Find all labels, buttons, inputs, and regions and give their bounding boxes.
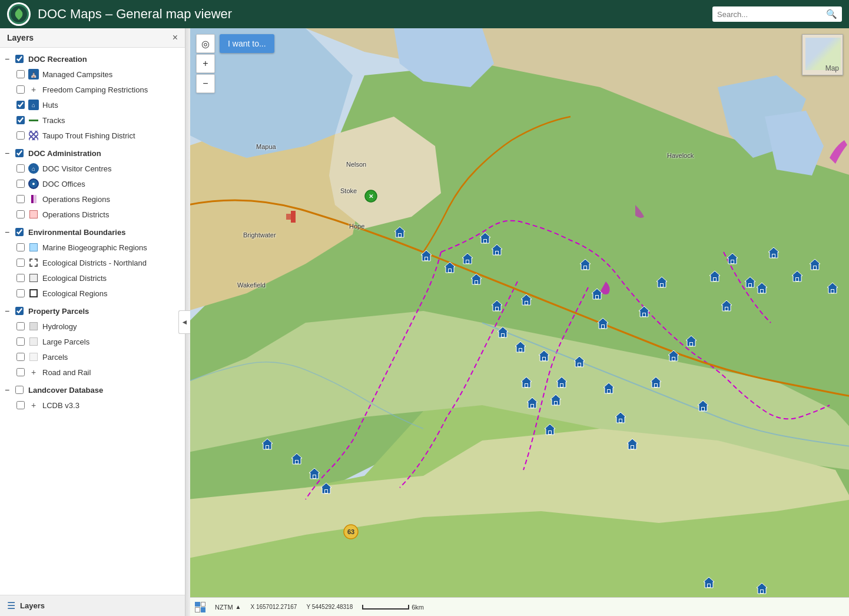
hut-marker[interactable] — [543, 423, 556, 436]
search-icon[interactable]: 🔍 — [826, 9, 837, 19]
hut-marker[interactable] — [520, 376, 533, 389]
hut-marker[interactable] — [702, 576, 715, 589]
layer-item-hydrology[interactable]: Hydrology — [5, 319, 185, 334]
hut-marker[interactable] — [614, 411, 627, 424]
layer-checkbox-huts[interactable] — [16, 101, 25, 109]
group-checkbox-doc-administration[interactable] — [15, 149, 24, 157]
layer-item-eco-regions[interactable]: Ecological Regions — [5, 286, 185, 301]
layer-item-eco-districts[interactable]: Ecological Districts — [5, 270, 185, 286]
hut-marker[interactable] — [591, 287, 603, 300]
hut-marker[interactable] — [549, 393, 562, 406]
zoom-in-button[interactable]: + — [196, 54, 215, 73]
hut-marker[interactable] — [443, 261, 456, 274]
layer-item-tracks[interactable]: Tracks — [5, 112, 185, 128]
layer-item-eco-districts-northland[interactable]: Ecological Districts - Northland — [5, 255, 185, 270]
sidebar-resizer[interactable]: ◄ — [185, 28, 190, 616]
hut-marker[interactable] — [655, 276, 668, 289]
layer-item-managed-campsites[interactable]: ⛪ Managed Campsites — [5, 67, 185, 82]
hut-marker[interactable] — [573, 355, 586, 368]
hut-marker[interactable] — [490, 243, 503, 256]
layer-checkbox-eco-districts[interactable] — [16, 274, 25, 282]
hut-marker[interactable] — [514, 340, 527, 353]
layer-checkbox-tracks[interactable] — [16, 116, 25, 124]
hut-marker[interactable] — [791, 270, 804, 283]
hut-marker[interactable] — [490, 299, 503, 312]
hut-marker[interactable] — [667, 349, 680, 362]
map-area[interactable]: 63 ✕ Mapua Nelson Stoke Hope Brightwater… — [190, 28, 849, 616]
layer-checkbox-marine-biogeographic[interactable] — [16, 243, 25, 251]
layer-item-ops-regions[interactable]: Operations Regions — [5, 191, 185, 207]
hut-marker[interactable] — [596, 317, 609, 330]
layer-checkbox-managed-campsites[interactable] — [16, 70, 25, 78]
hut-marker[interactable] — [638, 305, 651, 318]
map-thumbnail[interactable]: Map — [802, 34, 843, 75]
layer-checkbox-eco-districts-northland[interactable] — [16, 259, 25, 267]
layer-checkbox-hydrology[interactable] — [16, 322, 25, 330]
hut-marker[interactable] — [520, 293, 533, 306]
hut-marker[interactable] — [308, 467, 321, 480]
hut-marker[interactable] — [767, 246, 780, 259]
sidebar-close-button[interactable]: × — [173, 33, 178, 42]
layer-item-visitor-centres[interactable]: ⌂ DOC Visitor Centres — [5, 161, 185, 176]
layer-item-marine-biogeographic[interactable]: Marine Biogeographic Regions — [5, 240, 185, 255]
hut-marker[interactable] — [538, 349, 550, 362]
hut-marker[interactable] — [555, 376, 568, 389]
zoom-out-button[interactable]: − — [196, 74, 215, 93]
layer-item-parcels[interactable]: Parcels — [5, 349, 185, 365]
layer-checkbox-parcels[interactable] — [16, 353, 25, 361]
layer-checkbox-large-parcels[interactable] — [16, 337, 25, 346]
hut-marker[interactable] — [826, 281, 839, 294]
hut-marker[interactable] — [626, 438, 639, 451]
layer-checkbox-doc-offices[interactable] — [16, 180, 25, 188]
group-checkbox-environmental-boundaries[interactable] — [15, 228, 24, 236]
hut-marker[interactable] — [808, 258, 821, 271]
hut-marker[interactable] — [649, 376, 662, 389]
layer-group-header-property-parcels[interactable]: − Property Parcels — [0, 303, 185, 319]
hut-marker[interactable] — [697, 399, 709, 412]
layer-item-lcdb-v3[interactable]: + LCDB v3.3 — [5, 398, 185, 413]
search-box[interactable]: 🔍 — [712, 6, 842, 22]
layer-checkbox-ops-districts[interactable] — [16, 210, 25, 218]
layer-checkbox-visitor-centres[interactable] — [16, 164, 25, 173]
hut-marker[interactable] — [579, 258, 592, 271]
layer-group-header-landcover-database[interactable]: − Landcover Database — [0, 382, 185, 398]
group-checkbox-doc-recreation[interactable] — [15, 55, 24, 63]
hut-marker[interactable] — [393, 226, 406, 239]
layer-checkbox-eco-regions[interactable] — [16, 289, 25, 297]
hut-marker[interactable] — [755, 281, 768, 294]
group-checkbox-property-parcels[interactable] — [15, 307, 24, 315]
layer-item-doc-offices[interactable]: ● DOC Offices — [5, 176, 185, 191]
i-want-to-button[interactable]: I want to... — [220, 34, 274, 53]
layer-item-huts[interactable]: ⌂ Huts — [5, 97, 185, 112]
hut-marker[interactable] — [685, 335, 698, 347]
layer-item-ops-districts[interactable]: Operations Districts — [5, 207, 185, 222]
collapse-panel-button[interactable]: ◄ — [178, 310, 190, 334]
layer-checkbox-road-rail[interactable] — [16, 368, 25, 376]
hut-marker[interactable] — [470, 273, 483, 286]
layer-group-header-doc-administration[interactable]: − DOC Administration — [0, 145, 185, 161]
hut-marker[interactable] — [420, 249, 433, 262]
hut-marker[interactable] — [461, 252, 474, 265]
layer-group-header-doc-recreation[interactable]: − DOC Recreation — [0, 51, 185, 67]
search-input[interactable] — [717, 10, 823, 19]
hut-marker[interactable] — [479, 231, 492, 244]
hut-marker[interactable] — [290, 452, 303, 465]
locate-button[interactable]: ◎ — [196, 34, 215, 53]
layer-group-header-environmental-boundaries[interactable]: − Environmental Boundaries — [0, 224, 185, 240]
layer-checkbox-taupo-trout[interactable] — [16, 131, 25, 140]
hut-marker[interactable] — [755, 582, 768, 595]
hut-marker[interactable] — [320, 482, 333, 495]
hut-marker[interactable] — [708, 270, 721, 283]
hut-marker[interactable] — [720, 299, 733, 312]
layer-checkbox-ops-regions[interactable] — [16, 195, 25, 203]
hut-marker[interactable] — [526, 396, 539, 409]
hut-marker[interactable] — [744, 276, 757, 289]
hut-marker[interactable] — [261, 438, 274, 451]
layer-item-freedom-camping[interactable]: + Freedom Camping Restrictions — [5, 82, 185, 97]
layer-item-taupo-trout[interactable]: Taupo Trout Fishing District — [5, 128, 185, 143]
hut-marker[interactable] — [496, 326, 509, 339]
layer-item-large-parcels[interactable]: Large Parcels — [5, 334, 185, 349]
layer-item-road-rail[interactable]: + Road and Rail — [5, 365, 185, 380]
hut-marker[interactable] — [726, 252, 739, 265]
hut-marker[interactable] — [602, 382, 615, 395]
